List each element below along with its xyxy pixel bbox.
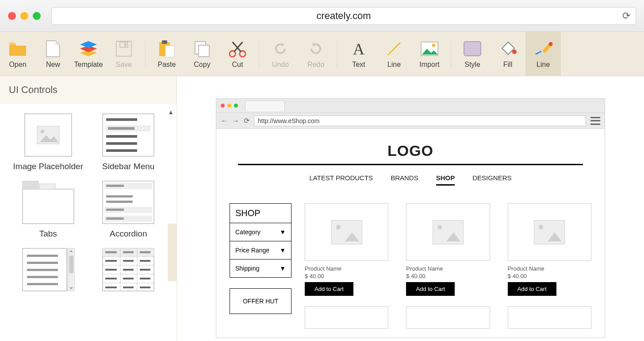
separator xyxy=(337,41,337,67)
control-accordion[interactable]: Accordion xyxy=(93,180,165,239)
product-image-placeholder xyxy=(305,306,388,329)
products-grid: Product Name $ 40.00 Add to Cart Product… xyxy=(305,203,591,329)
svg-rect-38 xyxy=(106,217,124,220)
forward-icon: → xyxy=(232,117,239,125)
product-card xyxy=(508,306,591,329)
import-button[interactable]: Import xyxy=(412,32,447,76)
cut-button[interactable]: Cut xyxy=(220,32,255,76)
svg-rect-43 xyxy=(27,262,58,264)
mockup-body: LOGO LATEST PRODUCTS BRANDS SHOP DESIGNE… xyxy=(216,129,605,337)
svg-rect-24 xyxy=(106,135,137,138)
mockup-min-icon xyxy=(227,104,231,108)
nav-item: BRANDS xyxy=(391,174,418,186)
filter-row: Price Range▼ xyxy=(230,241,291,260)
filter-label: Shipping xyxy=(235,265,260,272)
shop-title: SHOP xyxy=(230,204,291,223)
save-icon xyxy=(115,39,133,58)
svg-rect-65 xyxy=(123,278,134,279)
control-label: Sidebar Menu xyxy=(102,162,154,171)
product-image-placeholder xyxy=(305,203,388,261)
product-card xyxy=(305,306,388,329)
line-tool-button[interactable]: Line xyxy=(525,32,561,76)
line-icon xyxy=(385,39,403,58)
template-label: Template xyxy=(74,61,103,69)
svg-rect-58 xyxy=(105,260,117,262)
template-button[interactable]: Template xyxy=(71,32,106,76)
scissors-icon xyxy=(228,39,247,58)
refresh-icon[interactable]: ⟳ xyxy=(622,10,630,22)
style-button[interactable]: Style xyxy=(455,32,490,76)
nav-item: LATEST PRODUCTS xyxy=(309,174,373,186)
control-table[interactable] xyxy=(93,248,165,292)
url-bar[interactable]: creately.com ⟳ xyxy=(51,7,636,25)
save-button[interactable]: Save xyxy=(106,32,142,76)
product-card: Product Name $ 40.00 Add to Cart xyxy=(305,203,388,296)
minimize-window-icon[interactable] xyxy=(20,12,28,20)
filter-label: Category xyxy=(235,229,261,236)
new-button[interactable]: New xyxy=(35,32,71,76)
canvas[interactable]: ← → ⟳ http://www.eShop.com LOGO LATEST P… xyxy=(177,76,644,341)
folder-icon xyxy=(8,39,27,58)
control-label: Tabs xyxy=(39,229,57,239)
reload-icon: ⟳ xyxy=(244,116,249,125)
svg-rect-59 xyxy=(123,260,134,262)
add-to-cart-button: Add to Cart xyxy=(406,282,455,296)
svg-point-15 xyxy=(512,50,517,54)
control-label: Accordion xyxy=(110,229,147,239)
fill-button[interactable]: Fill xyxy=(490,32,525,76)
control-sidebar-menu[interactable]: Sidebar Menu xyxy=(93,113,165,171)
mockup-tabbar xyxy=(216,99,605,113)
product-image-placeholder xyxy=(508,306,591,329)
mockup-url-input: http://www.eShop.com xyxy=(254,116,586,126)
control-list[interactable] xyxy=(12,248,84,292)
svg-rect-63 xyxy=(140,269,150,271)
line2-label: Line xyxy=(537,61,550,69)
control-tabs[interactable]: Tabs xyxy=(12,180,84,239)
scroll-up-icon[interactable]: ▲ xyxy=(168,108,174,116)
open-button[interactable]: Open xyxy=(0,32,35,76)
logo-text: LOGO xyxy=(230,142,591,159)
separator xyxy=(451,41,451,67)
fill-bucket-icon xyxy=(498,39,517,58)
shop-sidebar: SHOP Category▼ Price Range▼ Shipping▼ OF… xyxy=(230,203,291,329)
undo-button[interactable]: Undo xyxy=(263,32,298,76)
product-price: $ 40.00 xyxy=(406,273,490,279)
line-button[interactable]: Line xyxy=(376,32,412,76)
close-window-icon[interactable] xyxy=(8,12,16,20)
maximize-window-icon[interactable] xyxy=(33,12,41,20)
sidebar-title: UI Controls xyxy=(0,76,176,104)
undo-icon xyxy=(271,39,290,58)
paste-button[interactable]: Paste xyxy=(149,32,184,76)
mockup-url-text: http://www.eShop.com xyxy=(258,117,319,124)
style-label: Style xyxy=(464,61,480,69)
svg-rect-27 xyxy=(23,189,74,224)
save-label: Save xyxy=(116,61,132,69)
main-area: UI Controls ▲ Image Placeholder Sidebar … xyxy=(0,76,644,341)
product-card xyxy=(406,306,490,329)
svg-rect-41 xyxy=(69,256,73,273)
text-label: Text xyxy=(352,61,365,69)
open-label: Open xyxy=(9,61,26,69)
cut-label: Cut xyxy=(232,61,243,69)
browser-chrome: creately.com ⟳ xyxy=(0,0,644,32)
control-image-placeholder[interactable]: Image Placeholder xyxy=(12,113,84,171)
mockup-max-icon xyxy=(234,104,238,108)
svg-rect-4 xyxy=(162,40,167,44)
traffic-lights xyxy=(8,12,41,20)
pencil-icon xyxy=(534,39,552,58)
text-button[interactable]: A Text xyxy=(341,32,376,76)
mockup-browser[interactable]: ← → ⟳ http://www.eShop.com LOGO LATEST P… xyxy=(216,98,605,338)
add-to-cart-button: Add to Cart xyxy=(305,282,353,296)
svg-rect-42 xyxy=(27,255,58,257)
scrollbar[interactable] xyxy=(168,224,176,281)
svg-rect-46 xyxy=(27,283,58,285)
svg-point-13 xyxy=(432,43,436,47)
redo-button[interactable]: Redo xyxy=(298,32,334,76)
svg-text:A: A xyxy=(353,40,364,57)
svg-rect-36 xyxy=(106,209,124,211)
layers-icon xyxy=(79,39,98,58)
new-label: New xyxy=(46,61,60,69)
svg-rect-55 xyxy=(105,251,117,253)
controls-sidebar: UI Controls ▲ Image Placeholder Sidebar … xyxy=(0,76,177,341)
copy-button[interactable]: Copy xyxy=(184,32,220,76)
